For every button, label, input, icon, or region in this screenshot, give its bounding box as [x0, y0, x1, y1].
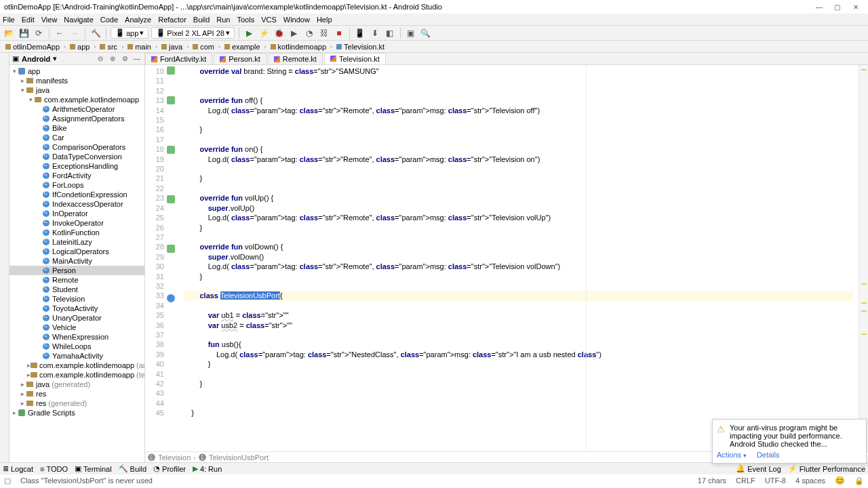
menu-window[interactable]: Window [283, 16, 310, 24]
nav-item[interactable]: main [125, 43, 154, 51]
tree-row[interactable]: InOperator [9, 209, 144, 218]
warning-mark[interactable] [861, 283, 867, 285]
tree-row[interactable]: KotlinFunction [9, 228, 144, 237]
tab-todo[interactable]: ≡ TODO [40, 465, 68, 473]
avd-manager-icon[interactable]: 📱 [354, 27, 366, 39]
nav-item[interactable]: com [190, 43, 217, 51]
tree-row[interactable]: Bike [9, 123, 144, 133]
hide-icon[interactable]: — [132, 55, 142, 62]
tree-row[interactable]: Television [9, 294, 144, 304]
menu-run[interactable]: Run [216, 16, 230, 24]
nav-item[interactable]: app [67, 43, 92, 51]
menu-edit[interactable]: Edit [22, 16, 35, 24]
bottom-tool-tabs[interactable]: ≣ Logcat ≡ TODO ▣ Terminal 🔨 Build ◔ Pro… [0, 462, 868, 474]
tree-row[interactable]: DataTypeConversion [9, 152, 144, 161]
back-icon[interactable]: ← [54, 27, 66, 39]
gutter-markers[interactable] [167, 65, 178, 451]
tree-row[interactable]: Student [9, 285, 144, 294]
tree-row[interactable]: FordActivity [9, 171, 144, 180]
tree-row[interactable]: IndexaccessOperator [9, 199, 144, 209]
notification-details[interactable]: Details [757, 451, 780, 459]
warning-mark[interactable] [861, 333, 867, 335]
warning-mark[interactable] [861, 302, 867, 304]
menu-tools[interactable]: Tools [237, 16, 254, 24]
menu-vcs[interactable]: VCS [261, 16, 277, 24]
collapse-icon[interactable]: ⊖ [96, 55, 105, 62]
menubar[interactable]: File Edit View Navigate Code Analyze Ref… [0, 14, 868, 26]
tab-television[interactable]: Television.kt [324, 53, 386, 64]
tree-row[interactable]: WhenExpression [9, 332, 144, 342]
tree-row[interactable]: ▸java (generated) [9, 380, 144, 389]
editor-tabs[interactable]: FordActivity.kt Person.kt Remote.kt Tele… [145, 53, 868, 65]
tree-row[interactable]: ▾java [9, 85, 144, 95]
tab-event-log[interactable]: 🔔 Event Log [736, 464, 781, 473]
status-eol[interactable]: CRLF [736, 476, 755, 485]
tree-row[interactable]: ToyotaActivity [9, 304, 144, 313]
sdk-manager-icon[interactable]: ⬇ [369, 27, 381, 39]
make-icon[interactable]: 🔨 [90, 27, 102, 39]
tab-build[interactable]: 🔨 Build [119, 464, 146, 473]
status-hide-icon[interactable]: ▢ [4, 476, 11, 485]
left-tool-stripe[interactable] [0, 53, 9, 462]
tree-row[interactable]: ▸Gradle Scripts [9, 408, 144, 418]
tab-logcat[interactable]: ≣ Logcat [3, 464, 33, 473]
tab-flutter-perf[interactable]: ⚡ Flutter Performance [788, 464, 865, 473]
tab-profiler[interactable]: ◔ Profiler [153, 464, 186, 473]
tree-row[interactable]: Remote [9, 275, 144, 285]
run-module-select[interactable]: 📱 app ▾ [111, 27, 149, 39]
tab-remote[interactable]: Remote.kt [268, 53, 323, 64]
nav-item[interactable]: src [97, 43, 120, 51]
tree-row[interactable]: ▾app [9, 66, 144, 76]
warning-mark[interactable] [861, 310, 867, 312]
status-indent[interactable]: 4 spaces [795, 476, 825, 485]
crumb[interactable]: TelevisionUsbPort [209, 453, 269, 462]
tab-fordactivity[interactable]: FordActivity.kt [145, 53, 212, 64]
menu-view[interactable]: View [41, 16, 58, 24]
nav-item[interactable]: Television.kt [334, 43, 387, 51]
nav-item[interactable]: java [159, 43, 185, 51]
coverage-icon[interactable]: ▶ [288, 27, 300, 39]
tree-row[interactable]: ▸com.example.kotlindemoapp (androidTest) [9, 361, 144, 370]
error-stripe[interactable] [859, 65, 868, 451]
tree-row[interactable]: Car [9, 133, 144, 142]
tree-row[interactable]: LogicalOperators [9, 247, 144, 256]
close-button[interactable]: ✕ [848, 3, 864, 11]
project-view-label[interactable]: Android [22, 55, 50, 63]
crumb[interactable]: Television [158, 453, 191, 462]
attach-debugger-icon[interactable]: ⛓ [318, 27, 330, 39]
tree-row[interactable]: ForLoops [9, 180, 144, 190]
project-tree[interactable]: ▾app▸manifests▾java▾com.example.kotlinde… [9, 65, 144, 462]
tree-row[interactable]: IfCondetionExpression [9, 190, 144, 199]
tab-run[interactable]: ▶ 4: Run [193, 464, 222, 473]
tree-row[interactable]: ▸manifests [9, 76, 144, 85]
tree-row[interactable]: InvokeOperator [9, 218, 144, 228]
notification-popup[interactable]: ⚠ Your anti-virus program might be impac… [712, 419, 867, 464]
tree-row[interactable]: ▸com.example.kotlindemoapp (test) [9, 370, 144, 380]
tab-person[interactable]: Person.kt [214, 53, 266, 64]
run-icon[interactable]: ▶ [243, 27, 256, 39]
tree-row[interactable]: MainActivity [9, 256, 144, 266]
tree-row[interactable]: LateinitLazy [9, 237, 144, 247]
dropdown-icon[interactable]: ▾ [53, 54, 57, 63]
menu-code[interactable]: Code [100, 16, 118, 24]
notification-actions[interactable]: Actions [717, 451, 747, 459]
nav-item[interactable]: kotlindemoapp [268, 43, 330, 51]
tree-row[interactable]: Person [9, 266, 144, 275]
status-lock-icon[interactable]: 🔒 [854, 476, 864, 485]
tree-row[interactable]: ▸res [9, 389, 144, 399]
status-inspection-icon[interactable]: 😊 [835, 476, 845, 485]
tree-row[interactable]: ▸res (generated) [9, 399, 144, 408]
warning-mark[interactable] [861, 69, 867, 70]
navigation-bar[interactable]: otlinDemoApp› app› src› main› java› com›… [0, 41, 868, 53]
nav-item[interactable]: example [222, 43, 263, 51]
sync-icon[interactable]: ⟳ [33, 27, 45, 39]
tree-row[interactable]: ComparisonOperators [9, 142, 144, 152]
tree-row[interactable]: YamahaActivity [9, 351, 144, 361]
tree-row[interactable]: ArithmeticOperator [9, 104, 144, 114]
profile-icon[interactable]: ◔ [303, 27, 315, 39]
maximize-button[interactable]: ▢ [829, 3, 846, 11]
tree-row[interactable]: AssignmentOperators [9, 114, 144, 123]
code-editor[interactable]: 1011121314151617181920212223242526272829… [145, 65, 868, 451]
code-content[interactable]: override val brand: String = class="str"… [178, 65, 859, 451]
debug-icon[interactable]: 🐞 [273, 27, 285, 39]
